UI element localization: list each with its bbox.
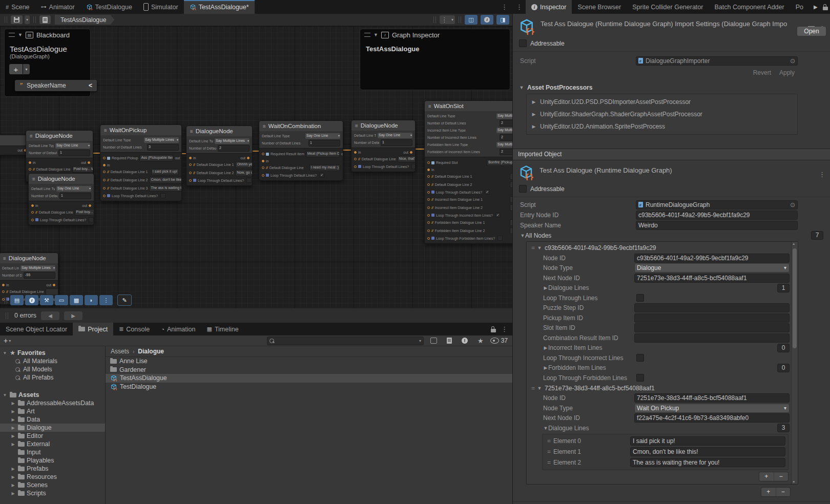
foldout-arrow-icon[interactable]: ▶	[10, 475, 16, 479]
in-port[interactable]	[262, 160, 264, 162]
line-port[interactable]	[427, 175, 430, 178]
out-port[interactable]	[88, 161, 90, 164]
line-port[interactable]	[189, 172, 192, 174]
package-filter-button[interactable]	[444, 337, 455, 345]
value-field[interactable]: Weirdo	[636, 221, 798, 230]
element-field[interactable]: I said pick it up!	[630, 436, 785, 446]
toolbar-grip[interactable]	[459, 16, 461, 23]
postprocessor-item[interactable]: ▶UnityEditor.ShaderGraph.ShaderGraphAsse…	[531, 108, 793, 120]
tree-item-external[interactable]: ▶External	[0, 440, 105, 448]
out-port[interactable]	[247, 157, 250, 159]
alert-filter-button[interactable]: !	[459, 337, 471, 345]
property-dropdown[interactable]: Say One Line	[55, 143, 90, 149]
foldout-arrow-icon[interactable]: ▶	[543, 365, 548, 370]
tree-item-addressableassetsdata[interactable]: ▶AddressableAssetsData	[0, 399, 105, 407]
value-field[interactable]: c93b5606-401f-49a2-99b5-9ecbf1fa9c29	[636, 211, 798, 220]
node-group-c93b5606[interactable]: =▼c93b5606-401f-49a2-99b5-9ecbf1fa9c29	[527, 243, 790, 253]
dialogue-line-field[interactable]: The ass is waiting there for y	[149, 185, 182, 192]
toolbar-grip[interactable]	[33, 16, 36, 23]
object-field[interactable]: Bonfire (Pickup Item Data) ⊙	[487, 159, 512, 166]
dialogue-line-field[interactable]: Nice, that's it	[398, 156, 416, 162]
tools-toggle-button[interactable]: ⚒	[40, 295, 53, 305]
foldout-arrow-icon[interactable]: ▼	[543, 426, 548, 431]
tree-item-playables[interactable]: Playables	[0, 456, 105, 465]
loop-port[interactable]	[31, 219, 34, 221]
property-field[interactable]: 2	[500, 149, 512, 155]
all-nodes-foldout[interactable]: ▼ All Nodes 7	[513, 230, 830, 240]
property-field[interactable]: 2	[218, 145, 250, 152]
object-port[interactable]	[262, 153, 264, 155]
loop-port[interactable]	[262, 174, 264, 177]
tree-item-all-models[interactable]: All Models	[0, 365, 105, 373]
tab-inspector[interactable]: iInspector	[526, 0, 572, 14]
dialogue-line-field[interactable]: Ohhhh yeah,	[235, 161, 253, 168]
node-title[interactable]: ≡WaitOnCombination	[259, 121, 343, 131]
file-item-testassdialogue[interactable]: {}TestAssDialogue	[106, 374, 512, 383]
tree-item-editor[interactable]: ▶Editor	[0, 432, 105, 440]
tree-item-all-prefabs[interactable]: All Prefabs	[0, 373, 105, 382]
more-toggle-button[interactable]: ⋮	[99, 295, 113, 305]
toolbar-grip[interactable]	[433, 16, 436, 23]
tree-item-scripts[interactable]: ▶Scripts	[0, 489, 105, 497]
line-port[interactable]	[354, 158, 357, 160]
search-options-icon[interactable]: ▾	[419, 339, 421, 343]
element-field[interactable]: Cmon, don't be like this!	[630, 447, 785, 456]
tab-animator[interactable]: ⊶Animator	[35, 0, 80, 14]
scrollbar-thumb[interactable]	[793, 248, 797, 348]
tab-po[interactable]: Po	[790, 0, 809, 14]
previous-error-button[interactable]: ◀	[41, 311, 59, 320]
value-field[interactable]: 7251e73e-38d3-44ff-a8c5-bcf54088aaf1	[634, 274, 790, 283]
loop-checkbox[interactable]: ✓	[319, 173, 324, 178]
foldout-arrow-icon[interactable]: ▶	[10, 426, 16, 430]
tree-item-input[interactable]: Input	[0, 448, 105, 456]
line-port[interactable]	[189, 163, 192, 166]
tab-animation[interactable]: ◔Animation	[155, 323, 201, 335]
array-size-field[interactable]: 3	[777, 424, 790, 432]
object-picker-icon[interactable]: ⊙	[790, 201, 795, 209]
project-search-input[interactable]: ▾	[267, 337, 424, 345]
tree-item-prefabs[interactable]: ▶Prefabs	[0, 465, 105, 473]
value-field[interactable]: f22a475e-4c2f-41c6-9b73-6a83498abfe0	[634, 413, 790, 423]
property-field[interactable]: 1	[58, 150, 90, 156]
pen-tool-button[interactable]: ✎	[117, 295, 132, 306]
dialogue-line-field[interactable]	[510, 173, 512, 180]
drag-handle-icon[interactable]: =	[544, 437, 553, 445]
drag-handle-icon[interactable]: =	[544, 459, 553, 466]
graph-node-dialoguenode[interactable]: ≡DialogueNodeDefault Line TypeSay Multip…	[186, 125, 253, 186]
postprocessors-foldout[interactable]: ▼ Asset PostProcessors	[513, 79, 830, 94]
dialogue-line-field[interactable]	[510, 219, 512, 226]
dialogue-line-field[interactable]	[510, 196, 512, 203]
add-element-button[interactable]: +	[761, 488, 776, 496]
foldout-arrow-icon[interactable]: ▶	[10, 442, 16, 447]
out-port[interactable]	[53, 284, 55, 286]
value-field[interactable]	[634, 333, 790, 343]
postprocessor-item[interactable]: ▶UnityEditor.U2D.Animation.SpritePostPro…	[531, 120, 793, 133]
toolbar-grip[interactable]	[6, 312, 8, 319]
property-dropdown[interactable]: Say Multiple Lines	[496, 113, 512, 119]
tab-sprite-collider-generator[interactable]: Sprite Collider Generator	[627, 0, 709, 14]
value-field[interactable]	[634, 303, 790, 312]
out-port[interactable]	[181, 157, 182, 159]
out-port[interactable]	[89, 204, 91, 207]
loop-port[interactable]	[427, 237, 430, 240]
graph-breadcrumb[interactable]: TestAssDialogue	[55, 15, 114, 25]
file-item-testdialogue[interactable]: {}TestDialogue	[106, 383, 512, 391]
blackboard-property-speakername[interactable]: ”SpeakerName<	[15, 80, 97, 91]
drag-handle-icon[interactable]	[9, 33, 15, 37]
lock-icon[interactable]	[491, 329, 496, 332]
file-item-anne-lise[interactable]: Anne Lise	[106, 357, 512, 366]
node-type-dropdown[interactable]: Dialogue	[634, 263, 790, 272]
dialogue-line-field[interactable]: Cmon, don't be like this!	[149, 177, 182, 183]
tab-scene-object-locator[interactable]: Scene Object Locator	[0, 323, 73, 335]
open-button[interactable]: Open	[797, 27, 826, 36]
kebab-icon[interactable]: ⋮	[501, 326, 508, 332]
object-field[interactable]: Meat (Pickup Item Data) ⊙	[306, 151, 340, 157]
drag-handle-icon[interactable]	[364, 33, 370, 37]
property-dropdown[interactable]: Say One Line	[56, 186, 91, 192]
array-size-field[interactable]: 7	[811, 231, 823, 240]
in-port[interactable]	[427, 169, 430, 171]
line-port[interactable]	[427, 198, 430, 201]
foldout-arrow-icon[interactable]: ▶	[10, 483, 16, 488]
in-port[interactable]	[354, 151, 357, 154]
node-title[interactable]: ≡DialogueNode	[0, 253, 58, 263]
